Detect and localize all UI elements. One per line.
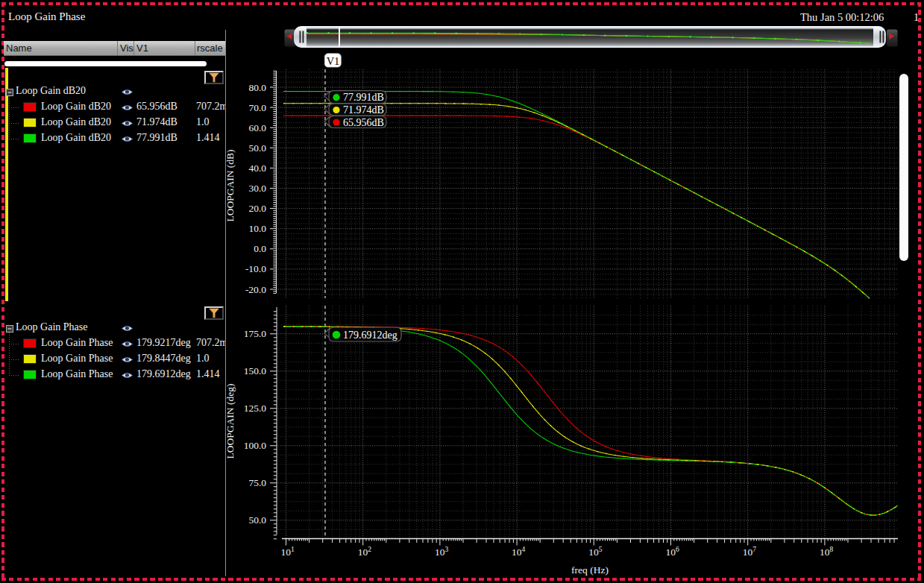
svg-text:LOOPGAIN (dB): LOOPGAIN (dB) xyxy=(224,149,236,221)
svg-text:10.0: 10.0 xyxy=(248,223,266,234)
svg-text:175.0: 175.0 xyxy=(244,328,267,339)
svg-text:150.0: 150.0 xyxy=(244,365,267,376)
svg-text:125.0: 125.0 xyxy=(244,403,267,414)
svg-text:V1: V1 xyxy=(327,55,340,67)
svg-text:179.6912deg: 179.6912deg xyxy=(343,330,397,341)
svg-text:75.0: 75.0 xyxy=(248,477,266,488)
svg-text:103: 103 xyxy=(435,546,449,558)
svg-text:40.0: 40.0 xyxy=(248,163,266,174)
svg-text:77.991dB: 77.991dB xyxy=(343,92,384,103)
svg-text:100.0: 100.0 xyxy=(244,440,267,451)
svg-text:107: 107 xyxy=(743,546,757,558)
svg-text:50.0: 50.0 xyxy=(248,514,266,526)
svg-text:-20.0: -20.0 xyxy=(245,284,266,295)
svg-text:106: 106 xyxy=(666,546,680,558)
svg-text:105: 105 xyxy=(588,546,603,558)
svg-text:104: 104 xyxy=(512,546,526,558)
svg-text:0.0: 0.0 xyxy=(254,243,266,254)
svg-text:50.0: 50.0 xyxy=(248,142,266,154)
svg-text:102: 102 xyxy=(358,546,372,558)
svg-text:71.974dB: 71.974dB xyxy=(343,104,384,116)
svg-text:108: 108 xyxy=(820,546,834,558)
svg-text:-10.0: -10.0 xyxy=(245,263,266,274)
svg-text:30.0: 30.0 xyxy=(248,183,266,194)
svg-text:80.0: 80.0 xyxy=(248,82,266,93)
svg-text:70.0: 70.0 xyxy=(248,102,266,113)
svg-text:20.0: 20.0 xyxy=(248,203,266,214)
svg-text:65.956dB: 65.956dB xyxy=(343,117,384,128)
svg-text:60.0: 60.0 xyxy=(248,122,266,133)
svg-text:101: 101 xyxy=(281,546,295,558)
svg-text:freq (Hz): freq (Hz) xyxy=(571,564,609,576)
svg-text:LOOPGAIN (deg): LOOPGAIN (deg) xyxy=(224,384,236,459)
